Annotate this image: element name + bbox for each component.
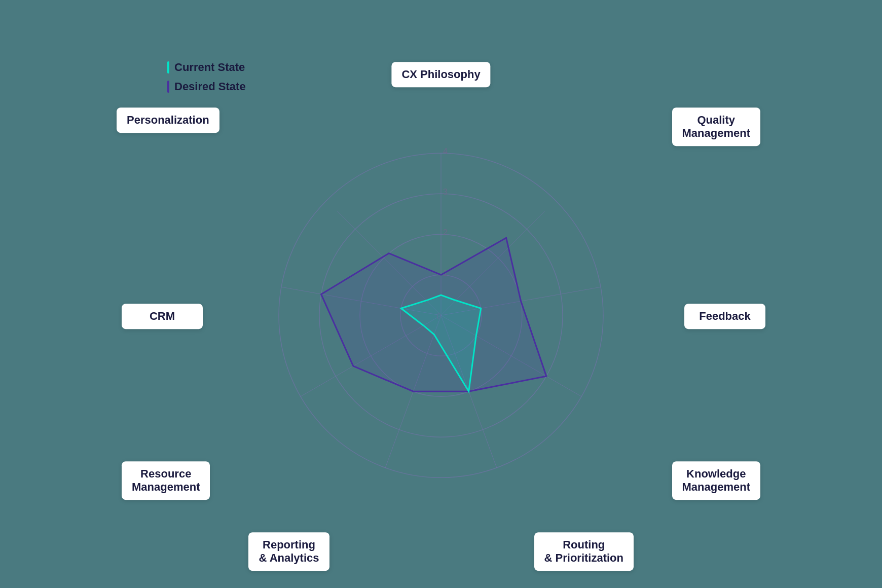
label-crm: CRM xyxy=(122,304,203,329)
svg-text:2: 2 xyxy=(443,228,448,237)
legend-current: Current State xyxy=(167,61,246,74)
svg-text:3: 3 xyxy=(443,188,448,196)
label-reporting-analytics: Reporting& Analytics xyxy=(248,532,329,571)
svg-text:4: 4 xyxy=(443,147,448,156)
label-routing-prioritization: Routing& Prioritization xyxy=(534,532,634,571)
label-cx-philosophy: CX Philosophy xyxy=(391,62,490,87)
label-feedback: Feedback xyxy=(684,304,765,329)
label-personalization: Personalization xyxy=(117,107,219,133)
label-quality-management: QualityManagement xyxy=(672,107,760,146)
label-resource-management: ResourceManagement xyxy=(122,461,210,500)
current-state-indicator xyxy=(167,61,169,74)
label-knowledge-management: KnowledgeManagement xyxy=(672,461,760,500)
radar-chart: 1 2 3 4 0 CX Philosophy QualityManagemen… xyxy=(218,92,664,540)
current-state-label: Current State xyxy=(174,61,245,74)
desired-state-label: Desired State xyxy=(174,80,246,93)
desired-state-indicator xyxy=(167,81,169,93)
legend: Current State Desired State xyxy=(167,61,246,93)
legend-desired: Desired State xyxy=(167,80,246,93)
radar-svg: 1 2 3 4 0 xyxy=(218,92,664,538)
chart-container: Current State Desired State xyxy=(137,41,745,547)
